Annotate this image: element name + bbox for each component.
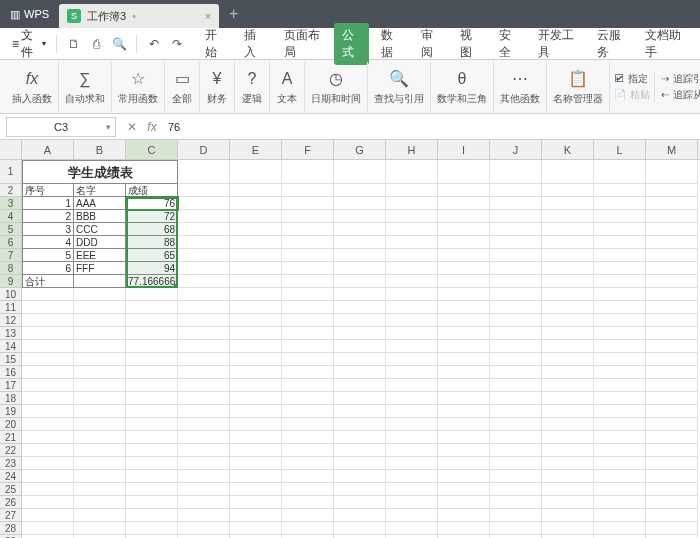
cell[interactable] [74,483,126,496]
cell[interactable] [334,366,386,379]
row-header[interactable]: 12 [0,314,21,327]
cell[interactable] [386,496,438,509]
cell[interactable] [282,236,334,249]
cell[interactable] [282,314,334,327]
cell[interactable] [542,314,594,327]
col-header[interactable]: D [178,140,230,159]
cell[interactable] [490,210,542,223]
cell[interactable] [178,444,230,457]
cell[interactable] [230,444,282,457]
cell[interactable] [126,340,178,353]
common-functions-button[interactable]: ☆ 常用函数 [112,62,165,111]
cell[interactable] [646,327,698,340]
cell[interactable]: 94 [126,262,178,275]
col-header[interactable]: E [230,140,282,159]
cell[interactable] [126,509,178,522]
cell[interactable] [490,223,542,236]
cell[interactable] [178,223,230,236]
row-header[interactable]: 11 [0,301,21,314]
cell[interactable] [542,236,594,249]
cell[interactable] [282,418,334,431]
cell[interactable] [22,431,74,444]
cell[interactable] [438,379,490,392]
cell[interactable] [74,327,126,340]
cell[interactable] [178,431,230,444]
cell[interactable] [230,249,282,262]
cell[interactable] [490,366,542,379]
cell[interactable] [542,392,594,405]
cell[interactable] [438,197,490,210]
cell[interactable] [438,457,490,470]
cell[interactable] [386,379,438,392]
cell[interactable] [386,392,438,405]
cell[interactable] [490,509,542,522]
cell[interactable] [74,301,126,314]
cell[interactable] [542,275,594,288]
cell[interactable] [594,262,646,275]
cell[interactable] [646,522,698,535]
cell[interactable]: DDD [74,236,126,249]
cell[interactable] [490,444,542,457]
cell[interactable] [334,301,386,314]
cell[interactable] [438,366,490,379]
row-header[interactable]: 7 [0,249,21,262]
ribbon-tab-2[interactable]: 页面布局 [276,23,330,65]
cell[interactable] [230,496,282,509]
cells[interactable]: 学生成绩表序号名字成绩1AAA762BBB723CCC684DDD885EEE6… [22,160,700,538]
cell[interactable] [334,431,386,444]
cell[interactable] [646,340,698,353]
cell[interactable] [386,262,438,275]
cell[interactable] [542,160,594,184]
cell[interactable] [74,379,126,392]
row-header[interactable]: 19 [0,405,21,418]
redo-button[interactable]: ↷ [166,32,187,56]
cell[interactable] [178,418,230,431]
cell[interactable]: 合计 [22,275,74,288]
cell[interactable] [490,160,542,184]
cell[interactable] [126,314,178,327]
cell[interactable] [230,418,282,431]
row-header[interactable]: 14 [0,340,21,353]
formula-input[interactable]: 76 [162,121,700,133]
cell[interactable] [230,327,282,340]
cell[interactable] [386,431,438,444]
cell[interactable] [438,444,490,457]
cell[interactable] [438,392,490,405]
cell[interactable] [334,197,386,210]
cell[interactable] [178,353,230,366]
row-header[interactable]: 13 [0,327,21,340]
cell[interactable] [282,496,334,509]
grid[interactable]: ABCDEFGHIJKLM 12345678910111213141516171… [0,140,700,538]
lookup-button[interactable]: 🔍 查找与引用 [368,62,431,111]
cell[interactable] [126,418,178,431]
cell[interactable] [438,418,490,431]
cell[interactable] [334,470,386,483]
cell[interactable] [594,405,646,418]
cell[interactable] [542,496,594,509]
cell[interactable] [178,288,230,301]
cell[interactable] [542,223,594,236]
cell[interactable] [74,496,126,509]
cell[interactable] [438,340,490,353]
cell[interactable] [594,392,646,405]
col-header[interactable]: H [386,140,438,159]
cell[interactable] [594,509,646,522]
cell[interactable] [230,379,282,392]
cell[interactable] [230,275,282,288]
ribbon-tab-3[interactable]: 公式 [334,23,369,65]
cell[interactable] [386,509,438,522]
cell[interactable] [178,262,230,275]
cell[interactable] [646,301,698,314]
ribbon-tab-10[interactable]: 文档助手 [637,23,691,65]
cell[interactable] [282,210,334,223]
cell[interactable]: BBB [74,210,126,223]
cell[interactable] [178,184,230,197]
cell[interactable] [178,522,230,535]
save-button[interactable]: 🗋 [63,32,84,56]
cell[interactable] [334,210,386,223]
cell[interactable] [646,509,698,522]
fx-button[interactable]: fx [142,120,162,134]
cell[interactable] [126,444,178,457]
cell[interactable] [646,223,698,236]
cell[interactable] [490,249,542,262]
